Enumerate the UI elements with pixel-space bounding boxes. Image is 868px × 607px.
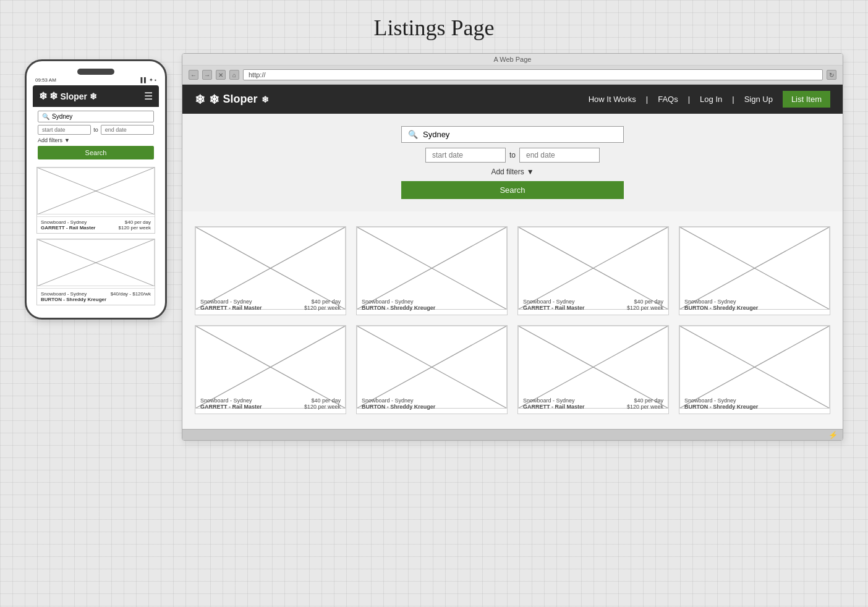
browser-search-box[interactable]: 🔍 Sydney [401, 126, 624, 143]
browser-add-filters[interactable]: Add filters ▼ [491, 168, 534, 176]
nav-divider-1: | [646, 95, 648, 104]
browser-nav: ❄ ❄ Sloper ❄ How It Works | FAQs | Log I… [182, 85, 843, 114]
phone-search-icon: 🔍 [42, 113, 49, 120]
phone-card-2-details: Snowboard - Sydney BURTON - Shreddy Kreu… [41, 291, 106, 302]
phone-end-date-input[interactable]: end date [101, 125, 154, 135]
phone-status-bar: 09:53 AM ▌▌ ✦ ▪ [33, 77, 159, 85]
listings-grid: Snowboard - Sydney GARRETT - Rail Master… [182, 211, 843, 429]
listing-card-8-type: Snowboard - Sydney [684, 397, 758, 404]
browser-refresh-button[interactable]: ↻ [827, 70, 836, 80]
listing-card-8[interactable]: Snowboard - Sydney BURTON - Shreddy Kreu… [679, 325, 830, 414]
phone-logo: ❄ ❄ Sloper ❄ [39, 90, 97, 102]
listing-card-1-type: Snowboard - Sydney [200, 299, 262, 305]
phone-card-1-brand-model: GARRETT - Rail Master [41, 225, 95, 231]
browser-date-row: to [425, 148, 600, 163]
listing-card-7-price-day: $40 per day [627, 397, 663, 404]
listing-card-7-brand-model: GARRETT - Rail Master [523, 404, 585, 410]
page-title: Listings Page [0, 0, 868, 53]
browser-footer: ⚡ [182, 429, 843, 440]
browser-logo-text: Sloper [223, 93, 258, 106]
browser-nav-links: How It Works | FAQs | Log In | Sign Up L… [589, 91, 830, 108]
main-content: 09:53 AM ▌▌ ✦ ▪ ❄ ❄ Sloper ❄ ☰ 🔍 [0, 53, 868, 465]
listing-card-8-brand-model: BURTON - Shreddy Kreuger [684, 404, 758, 410]
listing-card-1-brand-model: GARRETT - Rail Master [200, 305, 262, 311]
phone-card-1-details: Snowboard - Sydney GARRETT - Rail Master [41, 219, 95, 231]
listing-card-1-price-week: $120 per week [304, 305, 341, 311]
browser-search-value: Sydney [423, 130, 449, 139]
phone-search-value: Sydney [52, 113, 72, 120]
listing-card-5-image [195, 326, 346, 394]
browser-snowflakes-icon: ❄ ❄ [195, 92, 219, 107]
phone-signal-icons: ▌▌ ✦ ▪ [140, 77, 156, 83]
browser-forward-button[interactable]: → [202, 70, 212, 80]
listing-card-8-details: Snowboard - Sydney BURTON - Shreddy Kreu… [684, 397, 758, 410]
browser-toolbar: ← → ✕ ⌂ ↻ [182, 66, 843, 85]
browser-address-bar[interactable] [243, 69, 823, 80]
phone-date-row: start date to end date [38, 125, 154, 135]
phone-add-filters[interactable]: Add filters ▼ [38, 137, 154, 143]
listing-card-1[interactable]: Snowboard - Sydney GARRETT - Rail Master… [195, 226, 346, 315]
listing-card-4[interactable]: Snowboard - Sydney BURTON - Shreddy Kreu… [679, 226, 830, 315]
browser-back-button[interactable]: ← [189, 70, 198, 80]
phone-listing-card-1[interactable]: Snowboard - Sydney GARRETT - Rail Master… [36, 167, 155, 234]
listing-card-3[interactable]: Snowboard - Sydney GARRETT - Rail Master… [517, 226, 669, 315]
phone-snowflakes-icon: ❄ ❄ [39, 90, 57, 102]
listing-card-6[interactable]: Snowboard - Sydney BURTON - Shreddy Kreu… [356, 325, 508, 414]
browser-home-button[interactable]: ⌂ [229, 70, 239, 80]
listing-card-4-brand-model: BURTON - Shreddy Kreuger [684, 305, 758, 311]
phone-card-1-price-week: $120 per week [119, 225, 151, 231]
phone-card-2-image [37, 239, 155, 289]
listing-card-5-price-day: $40 per day [304, 397, 341, 404]
nav-log-in[interactable]: Log In [700, 95, 722, 104]
phone-search-button[interactable]: Search [38, 146, 154, 159]
browser-mockup: A Web Page ← → ✕ ⌂ ↻ ❄ ❄ Sloper ❄ How It… [182, 53, 843, 441]
nav-sign-up[interactable]: Sign Up [744, 95, 773, 104]
listing-card-4-type: Snowboard - Sydney [684, 299, 758, 305]
phone-search-box[interactable]: 🔍 Sydney [38, 111, 154, 122]
browser-start-date-input[interactable] [425, 148, 506, 163]
listing-card-2-brand-model: BURTON - Shreddy Kreuger [362, 305, 435, 311]
phone-card-2-price: $40/day - $120/wk [111, 291, 151, 297]
listing-card-2-image [357, 227, 507, 295]
listing-card-4-image [679, 227, 830, 295]
nav-how-it-works[interactable]: How It Works [589, 95, 636, 104]
listing-card-3-brand-model: GARRETT - Rail Master [523, 305, 585, 311]
listing-card-5-price-week: $120 per week [304, 404, 341, 410]
browser-search-section: 🔍 Sydney to Add filters ▼ Search [182, 114, 843, 211]
browser-close-button[interactable]: ✕ [216, 70, 226, 80]
nav-divider-2: | [688, 95, 690, 104]
phone-listing-card-2[interactable]: Snowboard - Sydney BURTON - Shreddy Kreu… [36, 239, 155, 305]
listing-card-7-type: Snowboard - Sydney [523, 397, 585, 404]
listing-card-4-details: Snowboard - Sydney BURTON - Shreddy Kreu… [684, 299, 758, 311]
phone-hamburger-icon[interactable]: ☰ [144, 90, 153, 102]
listing-card-2-details: Snowboard - Sydney BURTON - Shreddy Kreu… [362, 299, 435, 311]
listing-card-3-image [518, 227, 668, 295]
listing-card-7-price-week: $120 per week [627, 404, 663, 410]
browser-tab-label: A Web Page [494, 56, 532, 63]
browser-footer-icon: ⚡ [828, 431, 838, 439]
phone-header: ❄ ❄ Sloper ❄ ☰ [33, 85, 159, 107]
listing-card-1-image [195, 227, 346, 295]
phone-card-1-price: $40 per day $120 per week [119, 219, 151, 231]
listing-card-3-details: Snowboard - Sydney GARRETT - Rail Master [523, 299, 585, 311]
phone-card-2-price: $40/day - $120/wk [111, 291, 151, 297]
listing-card-6-details: Snowboard - Sydney BURTON - Shreddy Kreu… [362, 397, 435, 410]
phone-card-2-info: Snowboard - Sydney BURTON - Shreddy Kreu… [37, 289, 155, 305]
listing-card-5-brand-model: GARRETT - Rail Master [200, 404, 262, 410]
listing-card-5[interactable]: Snowboard - Sydney GARRETT - Rail Master… [195, 325, 346, 414]
browser-end-date-input[interactable] [519, 148, 600, 163]
mobile-mockup: 09:53 AM ▌▌ ✦ ▪ ❄ ❄ Sloper ❄ ☰ 🔍 [25, 59, 167, 320]
nav-faqs[interactable]: FAQs [658, 95, 678, 104]
listing-card-2[interactable]: Snowboard - Sydney BURTON - Shreddy Kreu… [356, 226, 508, 315]
listing-card-3-price: $40 per day $120 per week [627, 299, 663, 311]
listing-card-7[interactable]: Snowboard - Sydney GARRETT - Rail Master… [517, 325, 669, 414]
phone-start-date-input[interactable]: start date [38, 125, 91, 135]
phone-snowflake-sub-icon: ❄ [90, 91, 97, 101]
phone-card-1-image [37, 168, 155, 217]
browser-content: ❄ ❄ Sloper ❄ How It Works | FAQs | Log I… [182, 85, 843, 429]
browser-search-button[interactable]: Search [401, 181, 624, 199]
phone-add-filters-chevron-icon: ▼ [64, 137, 70, 143]
phone-card-1-type: Snowboard - Sydney [41, 219, 95, 225]
phone-date-to: to [93, 127, 98, 133]
nav-list-item-button[interactable]: List Item [783, 91, 830, 108]
